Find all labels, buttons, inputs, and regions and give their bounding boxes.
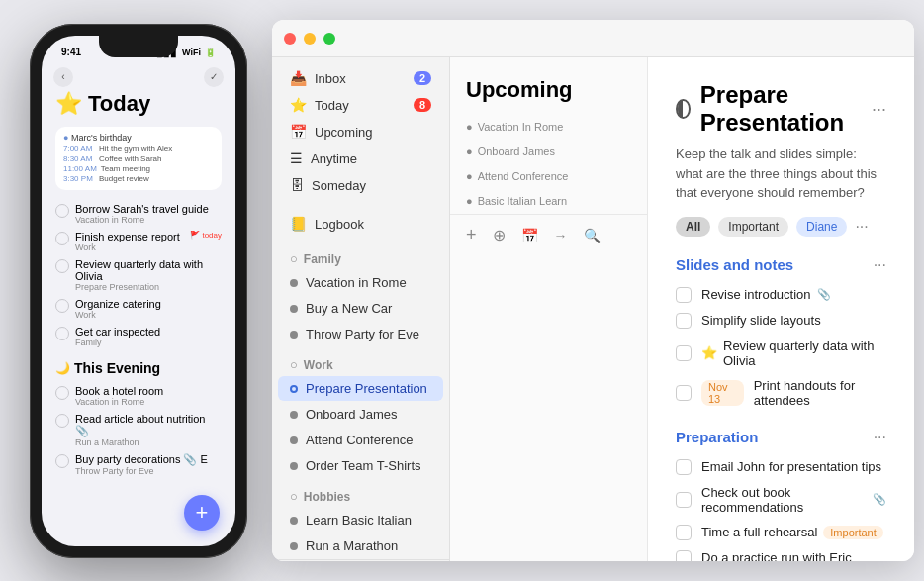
maximize-button[interactable]	[323, 33, 335, 45]
sidebar-item-anytime[interactable]: ☰ Anytime	[278, 145, 443, 171]
phone-task-item[interactable]: Get car inspected Family	[55, 323, 222, 350]
sidebar-item-today[interactable]: ⭐ Today 8	[278, 92, 443, 118]
detail-task-checkbox[interactable]	[676, 492, 692, 508]
calendar-icon[interactable]: 📅	[521, 228, 538, 243]
arrow-icon[interactable]: →	[554, 228, 568, 243]
sidebar-item-onboard-james[interactable]: Onboard James	[278, 402, 443, 427]
add-task-icon[interactable]: +	[466, 225, 477, 245]
phone-task-checkbox[interactable]	[55, 204, 69, 218]
sidebar-item-vacation-rome[interactable]: Vacation in Rome	[278, 270, 443, 295]
detail-task-checkbox[interactable]	[676, 525, 692, 540]
detail-task-item[interactable]: Do a practice run with Eric	[676, 545, 886, 562]
task-group-onboard: ● Onboard James	[450, 140, 647, 160]
detail-task-item[interactable]: ⭐ Review quarterly data with Olivia	[676, 334, 886, 373]
detail-task-checkbox[interactable]	[676, 287, 692, 303]
sidebar-item-order-tshirts[interactable]: Order Team T-Shirts	[278, 453, 443, 478]
phone-content: ⭐ Today ● Marc's birthday 7:00 AM Hit th…	[42, 91, 235, 533]
detail-task-item[interactable]: Email John for presentation tips	[676, 454, 886, 480]
phone-wrapper: 9:41 ▋▋▋ WiFi 🔋 ‹ ✓ ⭐ Today ● Marc's	[30, 24, 247, 558]
detail-task-checkbox[interactable]	[676, 550, 692, 562]
sidebar-item-someday[interactable]: 🗄 Someday	[278, 172, 443, 198]
phone-task-checkbox[interactable]	[55, 299, 69, 313]
phone-time: 9:41	[61, 47, 81, 57]
phone-task-item[interactable]: Book a hotel room Vacation in Rome	[55, 382, 222, 410]
attachment-icon: 📎	[817, 288, 831, 301]
detail-tag-all[interactable]: All	[676, 217, 710, 237]
sidebar: 📥 Inbox 2 ⭐ Today 8 📅 Upcoming ☰ Anytime	[272, 57, 450, 561]
important-badge: Important	[823, 526, 882, 539]
sidebar-item-inbox[interactable]: 📥 Inbox 2	[278, 65, 443, 91]
sidebar-item-run-marathon[interactable]: Run a Marathon	[278, 533, 443, 558]
phone-task-checkbox[interactable]	[55, 259, 69, 273]
detail-task-item[interactable]: Time a full rehearsal Important	[676, 520, 886, 545]
detail-section-header-slides: Slides and notes ···	[676, 256, 886, 274]
sidebar-item-throw-party[interactable]: Throw Party for Eve	[278, 322, 443, 346]
task-list-header: Upcoming	[450, 57, 647, 115]
phone-task-item[interactable]: Organize catering Work	[55, 295, 222, 323]
sidebar-item-attend-conference[interactable]: Attend Conference	[278, 428, 443, 452]
preparation-more-button[interactable]: ···	[874, 429, 886, 446]
add-event-icon[interactable]: ⊕	[493, 226, 506, 244]
detail-task-item[interactable]: Nov 13 Print handouts for attendees	[676, 373, 886, 413]
app-window: 📥 Inbox 2 ⭐ Today 8 📅 Upcoming ☰ Anytime	[272, 20, 914, 561]
detail-tag-diane[interactable]: Diane	[796, 217, 847, 237]
sidebar-item-upcoming[interactable]: 📅 Upcoming	[278, 119, 443, 145]
detail-panel: Prepare Presentation ··· Keep the talk a…	[648, 57, 914, 561]
detail-tag-important[interactable]: Important	[718, 217, 788, 237]
phone-add-button[interactable]: +	[184, 495, 220, 531]
detail-task-checkbox[interactable]	[676, 345, 692, 361]
phone-task-item[interactable]: Borrow Sarah's travel guide Vacation in …	[55, 200, 222, 228]
detail-task-checkbox[interactable]	[676, 459, 692, 475]
sidebar-group-work: ○ Work	[272, 347, 449, 376]
sidebar-item-logbook[interactable]: 📒 Logbook	[278, 211, 443, 237]
sidebar-item-dot	[290, 411, 298, 419]
phone-task-checkbox[interactable]	[55, 327, 69, 340]
detail-title-row: Prepare Presentation ···	[676, 81, 886, 137]
task-group-italian: ● Basic Italian Learn	[450, 189, 647, 210]
sidebar-item-dot	[290, 331, 298, 339]
sidebar-item-learn-italian[interactable]: Learn Basic Italian	[278, 508, 443, 533]
task-group-onboard-header: ● Onboard James	[450, 140, 647, 160]
sidebar-group-family: ○ Family	[272, 242, 449, 270]
phone: 9:41 ▋▋▋ WiFi 🔋 ‹ ✓ ⭐ Today ● Marc's	[30, 24, 247, 558]
app-body: 📥 Inbox 2 ⭐ Today 8 📅 Upcoming ☰ Anytime	[272, 57, 914, 561]
slides-more-button[interactable]: ···	[874, 256, 886, 274]
search-icon[interactable]: 🔍	[584, 228, 601, 243]
minimize-button[interactable]	[304, 33, 316, 45]
phone-birthday: ● Marc's birthday	[63, 133, 214, 143]
app-titlebar	[272, 20, 914, 57]
task-group-vacation-header: ● Vacation In Rome	[450, 115, 647, 136]
task-group-conference: ● Attend Conference	[450, 164, 647, 185]
phone-evening-header: 🌙 This Evening	[55, 360, 222, 376]
phone-notch	[99, 36, 178, 57]
phone-task-checkbox[interactable]	[55, 414, 69, 428]
phone-today-header: ⭐ Today	[55, 91, 222, 117]
close-button[interactable]	[284, 33, 296, 45]
phone-cal-item: 3:30 PM Budget review	[63, 174, 214, 183]
sidebar-item-prepare-presentation[interactable]: Prepare Presentation	[278, 376, 443, 401]
detail-task-item[interactable]: Check out book recommendations 📎	[676, 480, 886, 520]
detail-task-item[interactable]: Simplify slide layouts	[676, 308, 886, 334]
phone-task-item[interactable]: Finish expense report Work 🚩 today	[55, 228, 222, 255]
phone-back-button[interactable]: ‹	[53, 67, 73, 87]
detail-description: Keep the talk and slides simple: what ar…	[676, 145, 886, 203]
phone-task-checkbox[interactable]	[55, 454, 69, 468]
sidebar-item-dot	[290, 542, 298, 550]
phone-task-checkbox[interactable]	[55, 386, 69, 400]
detail-task-checkbox[interactable]	[676, 313, 692, 329]
phone-more-button[interactable]: ✓	[204, 67, 224, 87]
detail-task-item[interactable]: Revise introduction 📎	[676, 282, 886, 308]
detail-section-preparation: Preparation ··· Email John for presentat…	[676, 429, 886, 562]
sidebar-main-section: 📥 Inbox 2 ⭐ Today 8 📅 Upcoming ☰ Anytime	[272, 57, 449, 203]
sidebar-item-buy-car[interactable]: Buy a New Car	[278, 296, 443, 321]
phone-task-checkbox[interactable]	[55, 232, 69, 245]
sidebar-footer: + New List ⚙	[272, 559, 449, 561]
detail-more-button[interactable]: ···	[872, 99, 886, 120]
phone-task-item[interactable]: Review quarterly data with Olivia Prepar…	[55, 255, 222, 295]
detail-more-tags[interactable]: ···	[855, 218, 868, 236]
phone-task-list: Borrow Sarah's travel guide Vacation in …	[55, 200, 222, 350]
phone-task-item[interactable]: Read article about nutrition 📎 Run a Mar…	[55, 410, 222, 450]
phone-task-item[interactable]: Buy party decorations 📎 E Throw Party fo…	[55, 450, 222, 479]
detail-task-checkbox[interactable]	[676, 385, 692, 401]
sidebar-group-hobbies: ○ Hobbies	[272, 479, 449, 508]
